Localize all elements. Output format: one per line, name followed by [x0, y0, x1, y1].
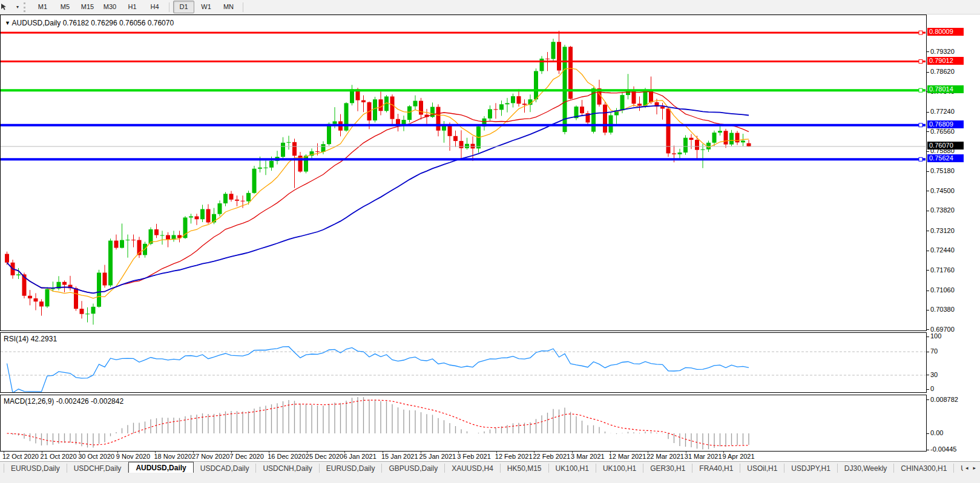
chart-tab-china300-h1[interactable]: CHINA300,H1 [894, 464, 954, 473]
axis-tick-label: 0.79320 [930, 48, 955, 55]
axis-tick [927, 291, 929, 291]
chart-tab-eurusd-daily[interactable]: EURUSD,Daily [4, 464, 67, 473]
timeframe-button-m1[interactable]: M1 [32, 1, 53, 13]
axis-tick [927, 270, 929, 271]
candle [741, 140, 745, 142]
axis-tick-label: 0.76560 [930, 128, 955, 135]
line-endpoint-handle[interactable] [919, 31, 922, 34]
candle [189, 216, 193, 217]
toolbar-grip[interactable] [24, 2, 28, 12]
axis-tick [927, 337, 929, 337]
timeframe-button-m30[interactable]: M30 [99, 1, 120, 13]
chart-ohlc: 0.76182 0.76296 0.76056 0.76070 [63, 19, 174, 27]
chart-tab-usdjpy-h1[interactable]: USDJPY,H1 [784, 464, 837, 473]
date-axis-label: 22 Mar 2021 [646, 453, 684, 460]
candle [218, 203, 222, 214]
candle [683, 138, 688, 153]
chart-tab-usoil-h1[interactable]: USOil,H1 [740, 464, 784, 473]
line-endpoint-handle[interactable] [919, 157, 922, 161]
candle [459, 141, 464, 148]
symbol-dropdown-icon[interactable]: ▼ [5, 20, 10, 26]
timeframe-button-m15[interactable]: M15 [77, 1, 98, 13]
axis-tick-label: 0.71760 [930, 266, 955, 274]
candle [511, 96, 515, 103]
tabs-scroll-left-icon[interactable]: ◂ [963, 465, 971, 471]
axis-tick [927, 399, 929, 400]
candle [292, 142, 297, 156]
status-bar [0, 473, 980, 483]
date-axis-label: 30 Oct 2020 [78, 453, 114, 460]
price-badge: 0.76070 [927, 142, 964, 150]
candle [287, 142, 291, 143]
chart-tab-usdchf-daily[interactable]: USDCHF,Daily [67, 464, 129, 473]
chart-tab-eurusd-daily[interactable]: EURUSD,Daily [320, 464, 383, 473]
candlestick-chart[interactable] [0, 15, 926, 331]
chart-tab-uk100-h1[interactable]: UK100,H1 [549, 464, 596, 473]
price-badge: 0.78014 [927, 85, 964, 93]
axis-tick [927, 352, 929, 352]
candle [108, 241, 113, 286]
axis-tick-label: 30 [930, 371, 938, 378]
candle [407, 107, 412, 120]
candle [120, 240, 124, 248]
tabs-scroll-right-icon[interactable]: ▸ [970, 465, 978, 471]
chart-tab-ger30-h1[interactable]: GER30,H1 [643, 464, 692, 473]
candle [241, 201, 245, 202]
candle [229, 194, 234, 200]
candle [166, 235, 170, 239]
chart-tab-usdcnh-daily[interactable]: USDCNH,Daily [256, 464, 319, 473]
chart-tab-usdcad-daily[interactable]: USDCAD,Daily [194, 464, 257, 473]
timeframe-button-mn[interactable]: MN [218, 1, 239, 13]
line-endpoint-handle[interactable] [919, 88, 922, 92]
price-axis[interactable]: 0.793200.786200.779400.772400.765600.758… [927, 0, 980, 483]
candle [494, 109, 498, 110]
candle [436, 107, 441, 131]
timeframe-button-h1[interactable]: H1 [122, 1, 143, 13]
candle [45, 289, 50, 307]
candle [315, 151, 320, 152]
axis-tick [927, 450, 929, 450]
line-endpoint-handle[interactable] [919, 123, 922, 127]
chart-tab-uk100-h1[interactable]: UK100,H1 [596, 464, 643, 473]
chart-tab-hk50-m15[interactable]: HK50,M15 [501, 464, 549, 473]
chart-title: ▼ AUDUSD,Daily 0.76182 0.76296 0.76056 0… [5, 19, 174, 27]
chart-tab-audusd-daily[interactable]: AUDUSD,Daily [128, 462, 193, 473]
chart-tab-u[interactable]: U [954, 464, 963, 473]
candle [637, 104, 642, 105]
chart-tab-xauusd-h4[interactable]: XAUUSD,H4 [445, 464, 501, 473]
timeframe-button-d1[interactable]: D1 [173, 1, 194, 13]
candle [678, 153, 682, 154]
candle [34, 298, 38, 301]
line-endpoint-handle[interactable] [919, 60, 922, 64]
axis-tick-label: 0 [930, 385, 934, 392]
chart-symbol: AUDUSD,Daily [12, 19, 61, 27]
chart-tab-bar: EURUSD,DailyUSDCHF,DailyAUDUSD,DailyUSDC… [0, 461, 980, 473]
date-axis-label: 25 Dec 2020 [306, 453, 343, 460]
chevron-down-icon[interactable]: ▾ [14, 4, 21, 10]
date-axis-label: 22 Feb 2021 [533, 453, 570, 460]
chart-cursor-icon[interactable] [2, 1, 14, 13]
candle [16, 274, 21, 275]
candle [235, 200, 239, 201]
chart-tab-gbpusd-daily[interactable]: GBPUSD,Daily [382, 464, 445, 473]
timeframe-button-m5[interactable]: M5 [54, 1, 76, 13]
axis-tick [927, 151, 929, 152]
axis-tick [927, 72, 929, 73]
chart-tab-dj30-weekly[interactable]: DJ30,Weekly [838, 464, 894, 473]
axis-tick [927, 131, 929, 132]
axis-tick [927, 433, 929, 434]
axis-tick [927, 389, 929, 390]
chart-tab-fra40-h1[interactable]: FRA40,H1 [692, 464, 740, 473]
date-axis-label: 3 Feb 2021 [457, 453, 491, 460]
axis-tick-label: 0.72440 [930, 246, 955, 254]
candle [321, 144, 326, 152]
candle [51, 289, 55, 289]
candle [379, 99, 383, 111]
candle [465, 144, 469, 148]
timeframe-button-h4[interactable]: H4 [144, 1, 165, 13]
candle [74, 288, 78, 309]
toolbar-separator [243, 2, 243, 12]
candle [97, 273, 101, 307]
timeframe-button-w1[interactable]: W1 [196, 1, 217, 13]
date-axis-label: 16 Dec 2020 [268, 453, 305, 460]
